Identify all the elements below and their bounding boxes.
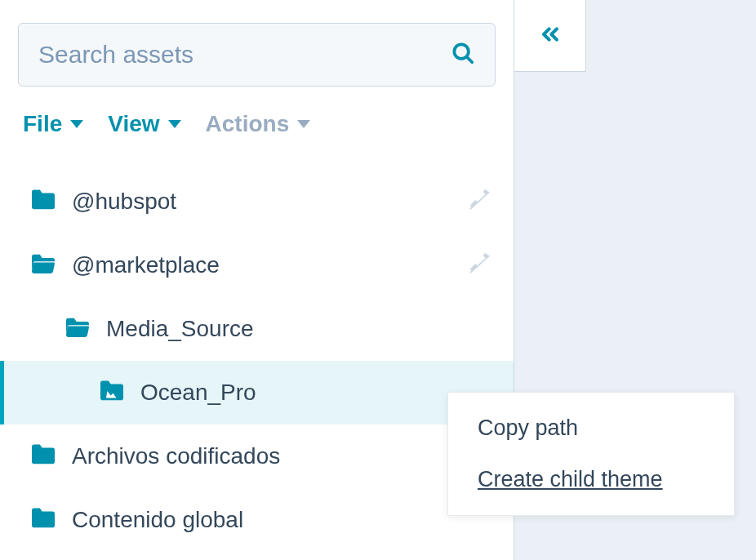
locked-icon [468, 189, 491, 215]
menu-actions-label: Actions [206, 111, 290, 137]
context-menu: Copy path Create child theme [447, 392, 735, 516]
chevron-down-icon [297, 120, 310, 128]
tree-item-contenido[interactable]: Contenido global [0, 488, 514, 552]
chevron-down-icon [70, 120, 83, 128]
folder-open-icon [29, 252, 57, 278]
collapse-sidebar-button[interactable] [514, 0, 586, 72]
tree-item-archivos[interactable]: Archivos codificados [0, 424, 514, 488]
tree-label: Ocean_Pro [140, 380, 491, 406]
folder-open-icon [64, 316, 91, 342]
folder-icon [29, 507, 57, 533]
tree-label: Archivos codificados [72, 443, 491, 469]
menu-bar: File View Actions [0, 95, 514, 153]
tree-item-hubspot[interactable]: @hubspot [0, 170, 514, 233]
chevron-double-left-icon [537, 21, 563, 51]
tree-label: Media_Source [106, 316, 491, 342]
menu-file[interactable]: File [23, 111, 83, 137]
menu-actions: Actions [206, 111, 311, 137]
tree-label: Contenido global [72, 507, 491, 533]
search-input[interactable] [38, 41, 451, 69]
asset-tree: @hubspot @marketplace Media_Source [0, 153, 514, 552]
search-container [0, 0, 514, 95]
menu-file-label: File [23, 111, 62, 137]
tree-item-ocean-pro[interactable]: Ocean_Pro [0, 361, 514, 424]
menu-view[interactable]: View [108, 111, 180, 137]
svg-line-1 [467, 57, 472, 62]
search-box[interactable] [18, 23, 496, 87]
tree-item-media-source[interactable]: Media_Source [0, 297, 514, 361]
folder-icon [29, 189, 57, 215]
sidebar-panel: File View Actions @hubspot @marketpla [0, 0, 514, 560]
tree-item-marketplace[interactable]: @marketplace [0, 233, 514, 297]
chevron-down-icon [168, 120, 181, 128]
tree-label: @hubspot [72, 189, 468, 215]
context-create-child-theme[interactable]: Create child theme [448, 454, 734, 505]
menu-view-label: View [108, 111, 159, 137]
tree-label: @marketplace [72, 252, 468, 278]
theme-folder-icon [98, 380, 126, 406]
context-copy-path[interactable]: Copy path [448, 402, 734, 454]
folder-icon [29, 443, 57, 469]
search-icon[interactable] [451, 41, 475, 69]
locked-icon [468, 252, 491, 278]
